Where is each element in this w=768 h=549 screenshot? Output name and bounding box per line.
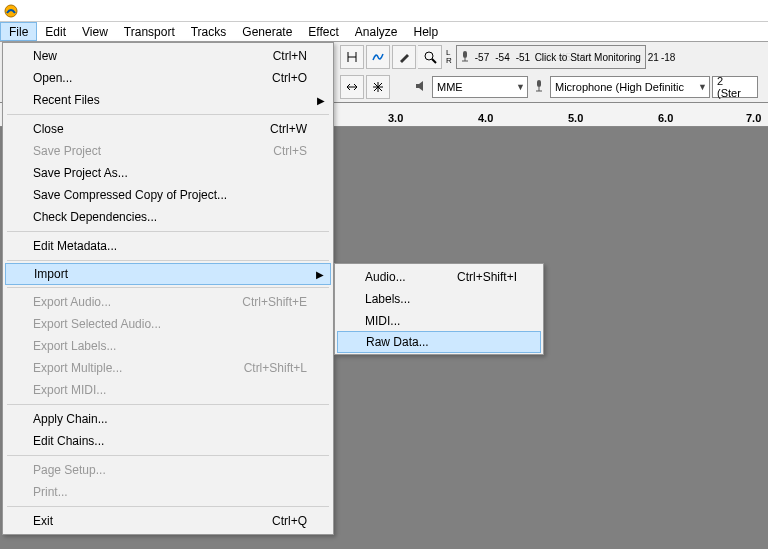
mic-icon [459, 50, 471, 64]
selection-tool-button[interactable] [340, 45, 364, 69]
timeline-label: 3.0 [388, 112, 403, 124]
import-audio[interactable]: Audio...Ctrl+Shift+I [337, 266, 541, 288]
menu-separator [7, 260, 329, 261]
speaker-icon [412, 79, 430, 96]
menu-separator [7, 114, 329, 115]
chevron-down-icon: ▼ [698, 82, 707, 92]
file-export-labels[interactable]: Export Labels... [5, 335, 331, 357]
import-labels[interactable]: Labels... [337, 288, 541, 310]
file-save-project[interactable]: Save ProjectCtrl+S [5, 140, 331, 162]
svg-line-5 [432, 59, 436, 63]
multi-tool-button[interactable] [366, 75, 390, 99]
lr-indicator: LR [444, 49, 454, 65]
draw-tool-button[interactable] [392, 45, 416, 69]
file-recent[interactable]: Recent Files▶ [5, 89, 331, 111]
file-open[interactable]: Open...Ctrl+O [5, 67, 331, 89]
svg-point-4 [425, 52, 433, 60]
menu-analyze[interactable]: Analyze [347, 22, 406, 41]
file-menu-dropdown: NewCtrl+N Open...Ctrl+O Recent Files▶ Cl… [2, 42, 334, 535]
import-submenu: Audio...Ctrl+Shift+I Labels... MIDI... R… [334, 263, 544, 355]
menu-help[interactable]: Help [406, 22, 447, 41]
file-apply-chain[interactable]: Apply Chain... [5, 408, 331, 430]
file-new[interactable]: NewCtrl+N [5, 45, 331, 67]
import-midi[interactable]: MIDI... [337, 310, 541, 332]
file-exit[interactable]: ExitCtrl+Q [5, 510, 331, 532]
file-check-dependencies[interactable]: Check Dependencies... [5, 206, 331, 228]
envelope-tool-button[interactable] [366, 45, 390, 69]
menu-view[interactable]: View [74, 22, 116, 41]
menu-effect[interactable]: Effect [300, 22, 346, 41]
file-export-audio[interactable]: Export Audio...Ctrl+Shift+E [5, 291, 331, 313]
timeshift-tool-button[interactable] [340, 75, 364, 99]
file-import[interactable]: Import▶ [5, 263, 331, 285]
app-icon [4, 4, 18, 18]
svg-rect-6 [463, 51, 467, 58]
file-page-setup[interactable]: Page Setup... [5, 459, 331, 481]
channels-select[interactable]: 2 (Ster [712, 76, 758, 98]
menu-edit[interactable]: Edit [37, 22, 74, 41]
submenu-arrow-icon: ▶ [317, 95, 325, 106]
menubar: File Edit View Transport Tracks Generate… [0, 22, 768, 42]
recording-device-select[interactable]: Microphone (High Definitic ▼ [550, 76, 710, 98]
file-edit-chains[interactable]: Edit Chains... [5, 430, 331, 452]
mic-icon [530, 79, 548, 96]
menu-transport[interactable]: Transport [116, 22, 183, 41]
timeline-label: 4.0 [478, 112, 493, 124]
meter-tick: -18 [661, 52, 675, 63]
timeline-label: 6.0 [658, 112, 673, 124]
file-edit-metadata[interactable]: Edit Metadata... [5, 235, 331, 257]
import-raw-data[interactable]: Raw Data... [337, 331, 541, 353]
menu-separator [7, 287, 329, 288]
file-export-multiple[interactable]: Export Multiple...Ctrl+Shift+L [5, 357, 331, 379]
menu-file[interactable]: File [0, 22, 37, 41]
audio-host-select[interactable]: MME ▼ [432, 76, 528, 98]
zoom-tool-button[interactable] [418, 45, 442, 69]
title-bar [0, 0, 768, 22]
timeline-label: 5.0 [568, 112, 583, 124]
menu-separator [7, 231, 329, 232]
file-export-selected[interactable]: Export Selected Audio... [5, 313, 331, 335]
chevron-down-icon: ▼ [516, 82, 525, 92]
file-print[interactable]: Print... [5, 481, 331, 503]
file-save-compressed[interactable]: Save Compressed Copy of Project... [5, 184, 331, 206]
file-close[interactable]: CloseCtrl+W [5, 118, 331, 140]
file-export-midi[interactable]: Export MIDI... [5, 379, 331, 401]
menu-separator [7, 404, 329, 405]
submenu-arrow-icon: ▶ [316, 269, 324, 280]
svg-rect-10 [537, 80, 541, 87]
menu-tracks[interactable]: Tracks [183, 22, 235, 41]
timeline-label: 7.0 [746, 112, 761, 124]
menu-separator [7, 455, 329, 456]
menu-generate[interactable]: Generate [234, 22, 300, 41]
recording-meter[interactable]: -57-54-51-48-45-42 Click to Start Monito… [456, 45, 646, 69]
file-save-project-as[interactable]: Save Project As... [5, 162, 331, 184]
meter-tick: 21 [648, 52, 659, 63]
meter-start-label[interactable]: Click to Start Monitoring [535, 52, 641, 63]
menu-separator [7, 506, 329, 507]
